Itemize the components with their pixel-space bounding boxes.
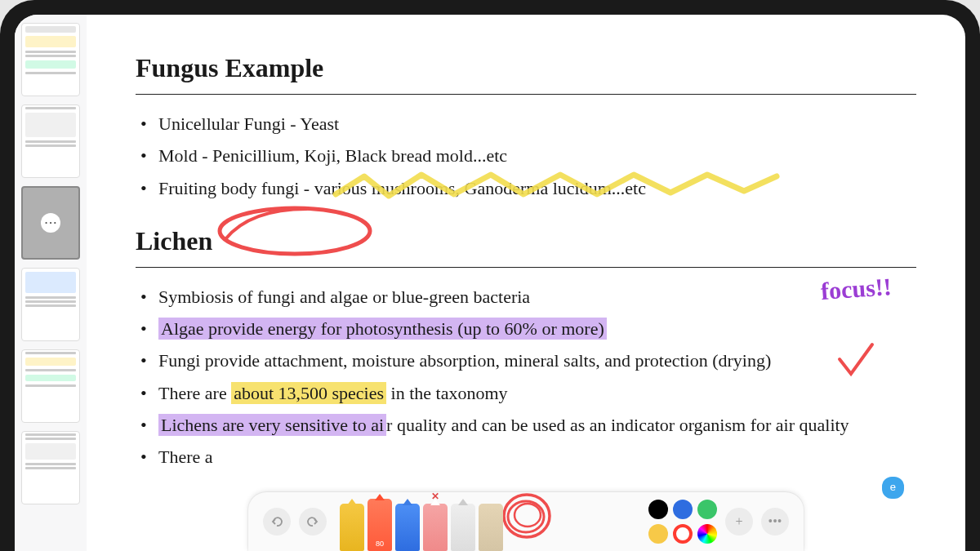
heading-lichen: Lichen [136, 220, 916, 262]
undo-button[interactable] [263, 508, 291, 535]
page-thumbnail-2[interactable] [21, 104, 80, 178]
color-swatch-red-selected[interactable] [673, 524, 693, 544]
fungus-list: Unicellular Fungi - Yeast Mold - Penicil… [136, 109, 916, 202]
heading-rule [136, 267, 916, 268]
lichen-list: Symbiosis of fungi and algae or blue-gre… [136, 282, 916, 471]
pen-tool-group: 80 ✕ [335, 492, 508, 551]
ruler-tool[interactable] [479, 504, 503, 551]
more-button[interactable]: ••• [761, 508, 789, 535]
undo-icon [270, 515, 283, 528]
page-thumbnail-6[interactable] [21, 431, 80, 504]
redo-icon [306, 515, 319, 528]
list-item: Mold - Penicillium, Koji, Black bread mo… [136, 141, 916, 170]
tablet-frame: Fungus Example Unicellular Fungi - Yeast… [0, 0, 980, 551]
color-picker-wheel[interactable] [697, 524, 717, 544]
color-swatch-green[interactable] [697, 500, 717, 519]
page-thumbnail-5[interactable] [21, 349, 80, 423]
highlight-purple: Algae provide energy for photosynthesis … [158, 318, 607, 340]
svg-point-3 [514, 504, 541, 527]
redo-button[interactable] [299, 508, 327, 535]
color-swatch-black[interactable] [648, 500, 668, 519]
page-thumbnail-rail[interactable] [15, 15, 87, 551]
list-item: Fruiting body fungi - various mushrooms,… [136, 174, 916, 202]
highlight-purple: Lichens are very sensitive to ai [158, 414, 386, 436]
list-item: There a [136, 442, 916, 471]
svg-point-1 [504, 495, 550, 537]
list-item: Unicellular Fungi - Yeast [136, 109, 916, 138]
list-item: Algae provide energy for photosynthesis … [136, 314, 916, 343]
color-swatch-grid [648, 500, 717, 544]
pen-size-label: 80 [368, 538, 392, 549]
plus-icon: + [735, 511, 742, 532]
highlight-yellow: about 13,500 species [231, 382, 386, 404]
svg-point-2 [508, 501, 544, 532]
color-swatch-blue[interactable] [673, 500, 693, 519]
eraser-tool[interactable]: ✕ [423, 504, 448, 551]
page-thumbnail-3-selected[interactable] [21, 186, 80, 260]
color-swatch-yellow[interactable] [648, 524, 668, 544]
drawing-toolbar: 80 ✕ + ••• [248, 492, 804, 551]
marker-tool-selected[interactable]: 80 [368, 499, 392, 551]
eraser-x-icon: ✕ [431, 489, 439, 504]
heading-fungus-example: Fungus Example [136, 47, 916, 89]
add-button[interactable]: + [725, 508, 753, 535]
heading-rule [136, 94, 916, 95]
list-item: Symbiosis of fungi and algae or blue-gre… [136, 282, 916, 311]
list-item: There are about 13,500 species in the ta… [136, 379, 916, 407]
blue-tag[interactable]: e [882, 477, 904, 499]
pencil-tool[interactable] [451, 504, 475, 551]
page-thumbnail-4[interactable] [21, 268, 80, 341]
page-thumbnail-1[interactable] [21, 23, 80, 96]
list-item: Lichens are very sensitive to air qualit… [136, 411, 916, 439]
pen-tool[interactable] [395, 504, 420, 551]
document-canvas[interactable]: Fungus Example Unicellular Fungi - Yeast… [87, 15, 965, 551]
ellipsis-icon: ••• [768, 511, 782, 532]
app-screen: Fungus Example Unicellular Fungi - Yeast… [15, 15, 965, 551]
highlighter-tool[interactable] [340, 504, 364, 551]
list-item: Fungi provide attachment, moisture absor… [136, 346, 916, 375]
